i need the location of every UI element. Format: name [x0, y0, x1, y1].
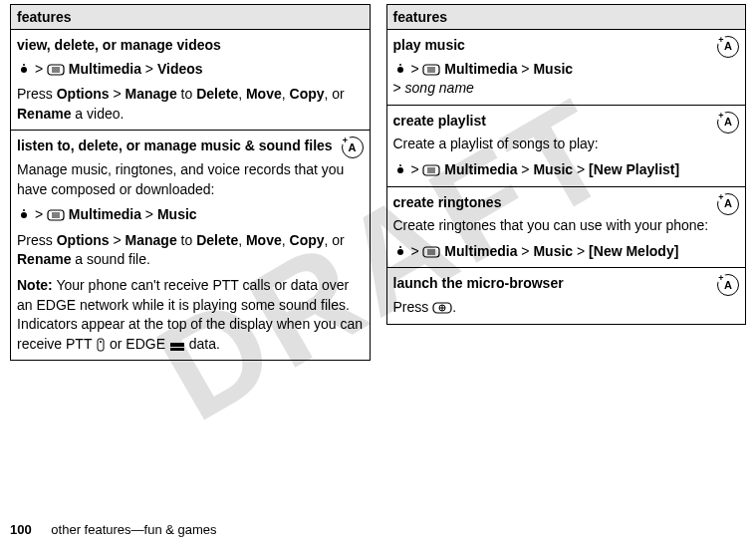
center-key-icon — [17, 63, 31, 77]
text-press: Press — [17, 86, 57, 102]
svg-point-23 — [399, 164, 401, 166]
instruction-text: Press . — [393, 298, 740, 318]
menu-key-icon — [422, 63, 440, 77]
path-new-melody: [New Melody] — [589, 243, 678, 259]
note-text: Note: Your phone can't receive PTT calls… — [17, 276, 364, 354]
instruction-text: Press Options > Manage to Delete, Move, … — [17, 231, 364, 270]
center-key-icon — [17, 208, 31, 222]
text-press: Press — [393, 299, 433, 315]
section-title: play music — [393, 36, 740, 56]
section-title: create ringtones — [393, 193, 740, 213]
operator-badge-icon: A — [717, 36, 739, 58]
ptt-indicator-icon — [96, 338, 106, 352]
center-key-icon — [393, 63, 407, 77]
operator-badge-icon: A — [717, 193, 739, 215]
path-multimedia: Multimedia — [69, 206, 141, 222]
nav-path: > Multimedia > Music — [17, 205, 364, 225]
text-rename: Rename — [17, 106, 71, 122]
badge-letter: A — [724, 196, 732, 211]
text-delete: Delete — [196, 86, 238, 102]
text-options: Options — [57, 86, 110, 102]
right-section-playlist: A create playlist Create a playlist of s… — [387, 106, 746, 187]
text-comma: , — [238, 86, 246, 102]
badge-letter: A — [724, 278, 732, 293]
gt2: > — [393, 80, 405, 96]
menu-key-icon — [47, 208, 65, 222]
text-to: to — [177, 232, 196, 248]
text-to: to — [177, 86, 196, 102]
song-name: song name — [405, 80, 474, 96]
section-title: launch the micro-browser — [393, 274, 740, 294]
text-period: . — [452, 299, 456, 315]
left-column: features view, delete, or manage videos … — [10, 4, 371, 361]
svg-point-13 — [100, 341, 102, 343]
svg-point-7 — [23, 209, 25, 211]
path-music: Music — [533, 161, 573, 177]
svg-point-29 — [399, 246, 401, 248]
svg-rect-14 — [170, 343, 184, 347]
note-label: Note: — [17, 277, 53, 293]
text-manage: Manage — [126, 86, 177, 102]
path-new-playlist: [New Playlist] — [589, 161, 679, 177]
text-delete: Delete — [196, 232, 238, 248]
center-key-icon — [393, 163, 407, 177]
edge-indicator-icon — [169, 342, 185, 352]
right-section-ringtones: A create ringtones Create ringtones that… — [387, 187, 746, 269]
text-asound: a sound file. — [71, 251, 149, 267]
svg-point-1 — [23, 64, 25, 66]
description-text: Create ringtones that you can use with y… — [393, 216, 740, 236]
menu-key-icon — [422, 163, 440, 177]
page-content: features view, delete, or manage videos … — [0, 0, 756, 361]
text-copy: Copy — [290, 232, 325, 248]
menu-key-icon — [47, 63, 65, 77]
svg-rect-12 — [98, 339, 104, 351]
note-body2: or EDGE — [106, 336, 169, 352]
badge-letter: A — [724, 115, 732, 130]
text-copy: Copy — [290, 86, 325, 102]
text-move: Move — [246, 232, 282, 248]
note-body3: data. — [185, 336, 220, 352]
badge-letter: A — [724, 39, 732, 54]
text-manage: Manage — [126, 232, 177, 248]
path-multimedia: Multimedia — [444, 243, 517, 259]
operator-badge-icon: A — [717, 112, 739, 134]
text-move: Move — [246, 86, 282, 102]
page-number: 100 — [10, 522, 32, 537]
text-avideo: a video. — [71, 106, 124, 122]
path-music: Music — [533, 243, 573, 259]
svg-point-0 — [21, 67, 27, 73]
text-press: Press — [17, 232, 57, 248]
path-multimedia: Multimedia — [69, 61, 141, 77]
text-or: , or — [325, 86, 345, 102]
text-comma: , — [238, 232, 246, 248]
page-footer: 100 other features—fun & games — [10, 522, 217, 537]
right-header: features — [387, 5, 746, 30]
path-videos: Videos — [157, 61, 203, 77]
path-multimedia: Multimedia — [444, 161, 517, 177]
section-title: listen to, delete, or manage music & sou… — [17, 136, 364, 156]
text-gt: > — [110, 232, 126, 248]
left-section-music: A listen to, delete, or manage music & s… — [11, 131, 370, 360]
instruction-text: Press Options > Manage to Delete, Move, … — [17, 85, 364, 124]
browser-key-icon — [432, 301, 452, 315]
section-title: view, delete, or manage videos — [17, 36, 364, 56]
section-title: create playlist — [393, 112, 740, 132]
path-music: Music — [157, 206, 197, 222]
svg-point-6 — [21, 212, 27, 218]
svg-point-28 — [397, 249, 403, 255]
operator-badge-icon: A — [342, 136, 364, 158]
description-text: Manage music, ringtones, and voice recor… — [17, 160, 364, 199]
text-comma2: , — [282, 232, 290, 248]
text-options: Options — [57, 232, 110, 248]
svg-point-16 — [397, 67, 403, 73]
svg-point-22 — [397, 167, 403, 173]
center-key-icon — [393, 245, 407, 259]
left-header: features — [11, 5, 370, 30]
menu-key-icon — [422, 245, 440, 259]
nav-path: > Multimedia > Music > song name — [393, 60, 740, 99]
description-text: Create a playlist of songs to play: — [393, 135, 740, 154]
text-or: , or — [325, 232, 345, 248]
right-section-play-music: A play music > Multimedia > Music > song… — [387, 30, 746, 106]
svg-rect-15 — [170, 348, 184, 351]
nav-path: > Multimedia > Music > [New Playlist] — [393, 160, 740, 180]
